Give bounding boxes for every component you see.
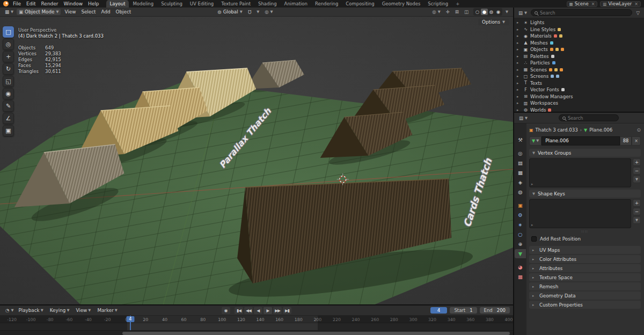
properties-tab-constraints[interactable]: ⊕ [515,239,526,249]
3d-viewport[interactable]: Parallax Thatch Cards Thatch [0,17,513,304]
tool-rotate[interactable]: ↻ [3,63,14,75]
panel-remesh[interactable]: ▸Remesh [529,282,641,290]
panel-vertex-groups[interactable]: ▼ Vertex Groups [529,149,641,157]
outliner-item-materials[interactable]: ▸◉Materials [514,33,644,40]
expand-caret-icon[interactable]: ▸ [517,74,521,78]
workspace-tab-scripting[interactable]: Scripting [424,0,452,8]
properties-tab-output[interactable]: ▤ [515,158,526,168]
shape-keys-listbox[interactable]: ▸ [529,199,631,228]
workspace-tab-shading[interactable]: Shading [254,0,281,8]
editor-type-button[interactable]: ▦▼ [3,9,16,15]
outliner-item-line-styles[interactable]: ▸∿Line Styles [514,26,644,33]
overlays-toggle-button[interactable]: ⊞ [453,9,461,15]
next-keyframe-button[interactable]: ▶▶ [273,307,282,314]
properties-tab-data[interactable]: ▼ [515,249,526,258]
expand-caret-icon[interactable]: ▸ [517,68,521,72]
properties-tab-view-layer[interactable]: ▦ [515,168,526,177]
properties-tab-scene[interactable]: ◈ [515,178,526,187]
viewport-menu-object[interactable]: Object [113,9,134,14]
shading-rendered-button[interactable]: ◉ [495,9,502,15]
panel-resize-grip[interactable]: ∷∷ [529,230,641,234]
outliner-item-workspaces[interactable]: ▸▥Workspaces [514,100,644,107]
list-filter-toggle-icon[interactable]: ▸ [531,223,533,227]
add-vertex-group-button[interactable]: + [633,158,641,166]
jump-start-button[interactable]: ▮◀ [235,307,243,314]
shape-key-specials-button[interactable]: ▼ [633,216,641,224]
datablock-browse-button[interactable]: ▼▼ [529,136,541,145]
users-count-badge[interactable]: 88 [620,136,632,145]
orientation-selector[interactable]: ◍ Global▼ [215,9,244,15]
scene-unlink-icon[interactable]: × [591,2,595,6]
properties-tab-physics[interactable]: ○ [515,230,526,239]
outliner-item-scenes[interactable]: ▸▦Scenes [514,67,644,74]
shading-dropdown-button[interactable]: ▼ [503,9,510,14]
tool-select-box[interactable]: □ [3,26,14,38]
expand-caret-icon[interactable]: ▸ [517,34,521,38]
tool-scale[interactable]: ◱ [3,76,14,87]
timeline-scrollbar[interactable] [122,332,510,335]
properties-tab-render[interactable]: ◎ [515,149,526,158]
properties-search[interactable] [559,114,619,121]
remove-vertex-group-button[interactable]: − [633,167,641,174]
timeline-menu-marker[interactable]: Marker ▼ [94,308,120,313]
properties-tab-object[interactable]: ▣ [515,201,526,210]
outliner-display-mode-button[interactable]: ▤▼ [516,10,529,16]
workspace-tab-geometry-nodes[interactable]: Geometry Nodes [378,0,425,8]
object-visibility-button[interactable]: ◎▼ [430,9,442,15]
workspace-tab-animation[interactable]: Animation [281,0,311,8]
mode-selector[interactable]: ▣ Object Mode▼ [17,9,61,15]
timeline-scrollbar-track[interactable] [0,330,513,335]
tool-annotate[interactable]: ✎ [3,100,14,112]
timeline-body[interactable]: -120-100-80-60-40-2002040608010012014016… [0,316,513,330]
expand-caret-icon[interactable]: ▸ [517,27,521,32]
properties-tab-tool[interactable]: ⚒ [515,135,526,144]
workspace-tab-compositing[interactable]: Compositing [342,0,378,8]
outliner-item-objects[interactable]: ▸▣Objects [514,46,644,53]
menu-file[interactable]: File [10,0,24,8]
workspace-tab-sculpting[interactable]: Sculpting [157,0,186,8]
frame-start-field[interactable]: Start 1 [450,307,477,314]
expand-caret-icon[interactable]: ▸ [517,94,521,99]
snap-settings-button[interactable]: ▼ [254,9,261,14]
datablock-name-field[interactable] [541,136,620,145]
play-button[interactable]: ▶ [264,307,272,314]
properties-tab-material[interactable]: ◕ [515,263,526,272]
expand-caret-icon[interactable]: ▸ [517,101,521,105]
viewport-menu-select[interactable]: Select [78,9,98,14]
viewport-menu-view[interactable]: View [62,9,78,14]
expand-caret-icon[interactable]: ▸ [517,41,521,45]
panel-texture-space[interactable]: ▸Texture Space [529,273,641,281]
play-reverse-button[interactable]: ◀ [254,307,262,314]
blender-logo-icon[interactable] [3,1,9,6]
properties-tab-particles[interactable]: ∗ [515,220,526,229]
shading-wireframe-button[interactable]: ○ [474,9,481,15]
menu-edit[interactable]: Edit [24,0,38,8]
current-frame-field[interactable]: 4 [430,307,448,314]
gizmo-toggle-button[interactable]: ✛ [444,9,452,15]
outliner-search[interactable] [531,9,632,16]
properties-editor-type-button[interactable]: ▤▼ [517,115,530,121]
tool-measure[interactable]: ∠ [3,113,14,124]
remove-shape-key-button[interactable]: − [633,208,641,215]
panel-attributes[interactable]: ▸Attributes [529,264,641,272]
auto-keying-button[interactable]: ◉ [222,307,230,314]
expand-caret-icon[interactable]: ▸ [517,20,521,25]
scene-selector[interactable]: ▦ Scene × [567,1,598,7]
panel-custom-properties[interactable]: ▸Custom Properties [529,301,641,309]
breadcrumb-data[interactable]: Plane.006 [589,127,612,133]
vertex-group-specials-button[interactable]: ▼ [633,176,641,183]
prev-keyframe-button[interactable]: ◀◀ [244,307,253,314]
panel-shape-keys[interactable]: ▼ Shape Keys [529,190,641,198]
tool-cursor[interactable]: ◎ [3,39,14,50]
shading-material-button[interactable]: ◍ [488,9,495,15]
outliner-item-meshes[interactable]: ▸▲Meshes [514,40,644,47]
add-workspace-tab[interactable]: + [452,0,463,8]
add-rest-position-checkbox[interactable] [531,236,537,242]
outliner-item-window-managers[interactable]: ▸⊞Window Managers [514,93,644,100]
outliner-item-particles[interactable]: ▸∴Particles [514,60,644,67]
timeline-menu-playback[interactable]: Playback ▼ [16,308,46,313]
outliner-search-input[interactable] [540,10,628,16]
pin-icon[interactable]: ⊙ [636,127,641,133]
add-shape-key-button[interactable]: + [633,199,641,207]
properties-tab-world[interactable]: ◍ [515,187,526,196]
